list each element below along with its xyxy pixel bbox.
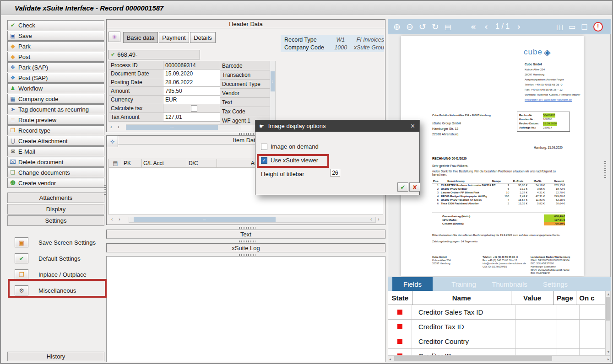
sidebar-settings-label[interactable]: Miscellaneous — [38, 287, 76, 294]
field-value-cell[interactable] — [515, 305, 557, 319]
fields-hscrollbar[interactable]: ◂ ▸ — [388, 355, 611, 362]
xsuite-log-panel-title[interactable]: xSuite Log — [106, 243, 385, 252]
first-page-icon[interactable]: « — [471, 21, 476, 32]
save-screen-settings-icon[interactable]: ▣ — [15, 237, 28, 247]
invoice-note: Bitte überweisen Sie den offenen Rechnun… — [432, 234, 572, 236]
header-hscrollbar[interactable]: ⋯ — [126, 124, 240, 130]
zoom-in-icon[interactable]: ⊕ — [393, 21, 401, 32]
sidebar-action-button[interactable]: ≡ Route preview — [7, 115, 104, 125]
sidebar-view-button[interactable]: Settings — [7, 215, 104, 226]
header-field-input[interactable]: 127,01 — [163, 113, 222, 122]
item-scroll-left-icon[interactable]: ‹ — [111, 216, 113, 222]
option-use-xsuite-viewer: Use xSuite viewer — [261, 157, 318, 164]
header-field-input[interactable]: 28.06.2022 — [163, 78, 222, 87]
header-field-input[interactable]: EUR — [163, 96, 222, 104]
document-icon[interactable]: ▤ — [445, 22, 451, 31]
field-row[interactable]: Creditor Country — [388, 334, 605, 349]
row-selector-icon[interactable]: ▤ — [108, 159, 122, 168]
sidebar-action-button[interactable]: ♟ Workflow — [7, 83, 104, 93]
supplier-block: Cube GmbH Kubus-Allee 23428097 HamburgAn… — [525, 63, 580, 103]
wand-icon[interactable]: ✳ — [108, 32, 120, 42]
titlebar-height-input[interactable] — [330, 169, 340, 177]
item-scroll-right-icon[interactable]: › — [119, 216, 120, 222]
sidebar-action-button[interactable]: ☻ Create vendor — [7, 178, 104, 188]
dialog-cancel-icon[interactable]: ✘ — [409, 182, 420, 192]
miscellaneous-icon[interactable]: ⚙ — [15, 285, 28, 295]
sidebar-action-button[interactable]: ❖ Park (SAP) — [7, 62, 104, 72]
dialog-title: Image display options — [268, 123, 326, 129]
sidebar-action-button[interactable]: ▣ Save — [7, 31, 104, 41]
dialog-close-icon[interactable]: × — [411, 122, 415, 130]
header-form-vscrollbar[interactable]: ⋮ — [270, 61, 276, 122]
sidebar-action-button[interactable]: ❏ Change documents — [7, 167, 104, 177]
panel-splitter-handle[interactable] — [239, 133, 255, 135]
history-button[interactable]: History — [7, 352, 104, 361]
header-field-input[interactable]: 15.09.2020 — [163, 70, 222, 78]
dialog-ok-icon[interactable]: ✔ — [397, 182, 408, 192]
image-on-demand-checkbox[interactable] — [261, 144, 267, 150]
sidebar-action-button[interactable]: ▦ Company code — [7, 94, 104, 104]
tab-thumbnails[interactable]: Thumbnails — [487, 277, 532, 291]
split-horizontal-icon[interactable]: ▭ — [569, 22, 575, 31]
field-page-cell — [557, 320, 580, 334]
next-page-icon[interactable]: › — [517, 21, 521, 32]
header-field-input[interactable]: 0000069314 — [163, 61, 222, 70]
split-vertical-icon[interactable]: ◫ — [556, 22, 563, 31]
sidebar-action-button[interactable]: ⌧ Delete document — [7, 157, 104, 167]
park-icon: ◆ — [10, 43, 16, 49]
tab-details[interactable]: Details — [190, 32, 216, 43]
prev-page-icon[interactable]: ‹ — [484, 21, 488, 32]
sidebar-action-button[interactable]: ⋃ Create Attachment — [7, 136, 104, 146]
sidebar-action-button[interactable]: ❖ Post (SAP) — [7, 73, 104, 83]
text-panel-title[interactable]: Text — [106, 230, 385, 239]
sidebar-action-button[interactable]: ✔ Check — [7, 20, 104, 30]
park-sap-icon: ❖ — [10, 64, 16, 70]
sidebar-action-button[interactable]: ◆ Post — [7, 52, 104, 62]
inplace-outplace-icon[interactable]: ❐ — [15, 269, 28, 279]
invoice-page: cube ◈ Cube GmbH Kubus-Allee 23428097 Ha… — [401, 36, 584, 276]
sidebar-action-button[interactable]: ✉ E-Mail — [7, 146, 104, 156]
field-row[interactable]: Creditor Sales Tax ID — [388, 305, 605, 320]
field-value-cell[interactable] — [515, 334, 557, 348]
tab-fields[interactable]: Fields — [392, 277, 433, 291]
alert-icon[interactable]: ! — [593, 22, 603, 32]
single-view-icon[interactable]: □ — [581, 22, 587, 31]
supplier-links[interactable]: info@cube.de | www.cube-solutions.de — [525, 98, 580, 102]
use-xsuite-viewer-checkbox[interactable] — [261, 157, 267, 164]
item-scroll-right2-icon[interactable]: › — [378, 216, 380, 222]
header-field-input[interactable]: 795,50 — [163, 87, 222, 96]
viewer-splitter-handle[interactable] — [604, 161, 606, 179]
field-row[interactable]: Creditor Tax ID — [388, 320, 605, 334]
text-splitter-handle[interactable] — [239, 227, 255, 229]
log-splitter-handle[interactable] — [239, 241, 255, 242]
tab-training[interactable]: Training — [441, 277, 487, 291]
sidebar-view-button[interactable]: Attachments — [7, 193, 104, 203]
field-row[interactable]: Creditor ID — [388, 349, 605, 355]
sidebar-settings-label[interactable]: Default Settings — [38, 255, 81, 262]
header-scroll-left-icon[interactable]: ‹ — [110, 124, 112, 130]
field-value-cell[interactable] — [515, 349, 557, 355]
header-scroll-right-icon[interactable]: › — [118, 124, 119, 130]
fields-vscrollbar[interactable]: ▲ ▼ — [605, 291, 611, 355]
sidebar-action-button[interactable]: ➤ Tag document as recurring — [7, 104, 104, 114]
rotate-right-icon[interactable]: ↻ — [432, 21, 439, 32]
sidebar-settings-label[interactable]: Inplace / Outplace — [38, 271, 87, 278]
status-red-icon — [397, 324, 402, 329]
sidebar-settings-label[interactable]: Save Screen Settings — [38, 239, 96, 246]
zoom-out-icon[interactable]: ⊖ — [406, 21, 413, 32]
field-value-cell[interactable] — [515, 320, 557, 334]
item-scroll-left2-icon[interactable]: ‹ — [370, 216, 372, 222]
default-settings-icon[interactable]: ✔ — [15, 253, 28, 263]
sidebar-action-button[interactable]: ◆ Park — [7, 41, 104, 51]
sidebar-action-button[interactable]: ❐ Record type — [7, 125, 104, 135]
tab-settings[interactable]: Settings — [532, 277, 578, 291]
tab-basic-data[interactable]: Basic data — [123, 32, 158, 43]
document-viewer[interactable]: cube ◈ Cube GmbH Kubus-Allee 23428097 Ha… — [388, 34, 611, 277]
header-field-input[interactable] — [163, 104, 222, 113]
rotate-left-icon[interactable]: ↺ — [419, 21, 426, 32]
item-hscrollbar[interactable]: ⋯ — [129, 217, 376, 223]
wand-icon[interactable]: ✧ — [107, 136, 118, 147]
dialog-titlebar[interactable]: ☛ Image display options × — [255, 120, 419, 132]
sidebar-view-button[interactable]: Display — [7, 204, 104, 214]
tab-payment[interactable]: Payment — [159, 32, 189, 43]
